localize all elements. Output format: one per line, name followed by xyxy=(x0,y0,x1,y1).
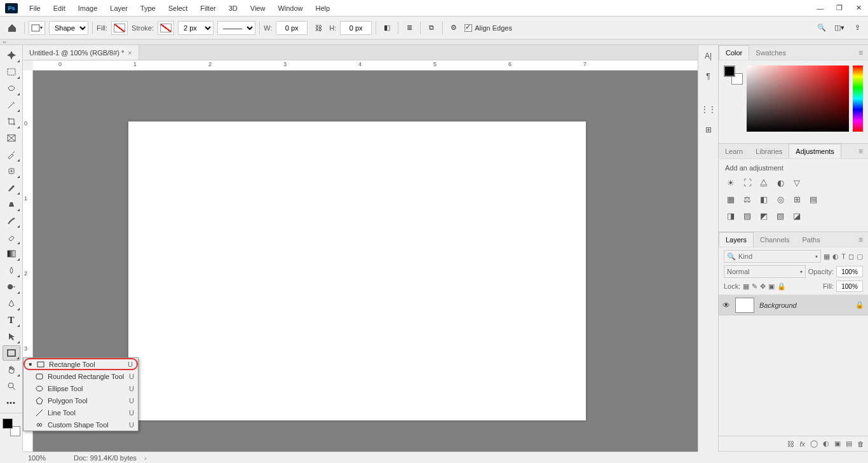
mask-icon[interactable]: ◯ xyxy=(810,439,818,448)
adjustments-tab[interactable]: Adjustments xyxy=(789,144,841,158)
path-arrangement-icon[interactable]: ⧉ xyxy=(424,21,438,35)
posterize-adjustment-icon[interactable]: ▨ xyxy=(742,210,753,221)
color-fgbg[interactable] xyxy=(724,66,743,85)
vibrance-adjustment-icon[interactable]: ▽ xyxy=(791,177,803,188)
shape-mode-select[interactable]: Shape xyxy=(49,21,88,35)
curves-adjustment-icon[interactable]: ⧋ xyxy=(758,177,770,188)
width-input[interactable] xyxy=(276,21,308,35)
close-document-icon[interactable]: × xyxy=(128,49,132,57)
history-brush-tool[interactable] xyxy=(3,213,20,228)
stroke-swatch[interactable] xyxy=(158,21,174,35)
paragraph-panel-icon[interactable]: ¶ xyxy=(702,69,715,83)
panel-menu-icon[interactable]: ≡ xyxy=(856,147,865,156)
hue-slider[interactable] xyxy=(853,66,863,132)
channel-mixer-icon[interactable]: ⊞ xyxy=(791,193,803,205)
panel-menu-icon[interactable]: ≡ xyxy=(856,235,865,244)
menu-help[interactable]: Help xyxy=(309,0,337,16)
flyout-rectangle-tool[interactable]: ■ Rectangle Tool U xyxy=(24,358,138,370)
link-wh-icon[interactable]: ⛓ xyxy=(311,21,325,35)
menu-file[interactable]: File xyxy=(23,0,47,16)
libraries-tab[interactable]: Libraries xyxy=(749,144,789,158)
magic-wand-tool[interactable] xyxy=(3,97,20,113)
threshold-adjustment-icon[interactable]: ◩ xyxy=(758,210,770,221)
glyphs-panel-icon[interactable]: ⋮⋮ xyxy=(702,102,715,116)
height-input[interactable] xyxy=(340,21,372,35)
menu-filter[interactable]: Filter xyxy=(194,0,222,16)
lock-all-icon[interactable]: 🔒 xyxy=(777,282,786,291)
zoom-level[interactable]: 100% xyxy=(28,454,66,462)
menu-edit[interactable]: Edit xyxy=(47,0,72,16)
workspace-switcher-icon[interactable]: ◫▾ xyxy=(832,21,846,35)
layers-tab[interactable]: Layers xyxy=(719,232,754,247)
opacity-input[interactable] xyxy=(836,266,863,277)
status-arrow-icon[interactable]: › xyxy=(144,454,147,462)
flyout-polygon-tool[interactable]: Polygon Tool U xyxy=(24,394,138,406)
invert-adjustment-icon[interactable]: ◨ xyxy=(725,210,736,221)
clone-stamp-tool[interactable] xyxy=(3,197,20,212)
gradient-tool[interactable] xyxy=(3,246,20,261)
close-button[interactable]: ✕ xyxy=(849,0,868,17)
fill-input[interactable] xyxy=(836,280,863,292)
properties-panel-icon[interactable]: ⊞ xyxy=(702,123,715,137)
minimize-button[interactable]: — xyxy=(811,0,830,17)
eraser-tool[interactable] xyxy=(3,230,20,245)
lock-transparent-icon[interactable]: ▦ xyxy=(743,282,749,291)
gear-icon[interactable]: ⚙ xyxy=(447,21,461,35)
menu-3d[interactable]: 3D xyxy=(222,0,244,16)
type-tool[interactable]: T xyxy=(3,312,20,328)
exposure-adjustment-icon[interactable]: ◐ xyxy=(775,177,786,188)
link-layers-icon[interactable]: ⛓ xyxy=(787,440,794,448)
filter-pixel-icon[interactable]: ▦ xyxy=(824,252,830,261)
flyout-custom-shape-tool[interactable]: Custom Shape Tool U xyxy=(24,418,138,431)
rectangle-tool[interactable] xyxy=(3,345,20,361)
paths-tab[interactable]: Paths xyxy=(796,232,827,247)
fx-icon[interactable]: fx xyxy=(799,440,805,448)
lasso-tool[interactable] xyxy=(3,81,20,96)
brush-tool[interactable] xyxy=(3,180,20,195)
menu-layer[interactable]: Layer xyxy=(104,0,134,16)
adjustment-layer-icon[interactable]: ◐ xyxy=(823,439,829,448)
flyout-ellipse-tool[interactable]: Ellipse Tool U xyxy=(24,382,138,394)
levels-adjustment-icon[interactable]: ⛶ xyxy=(742,177,753,188)
hue-adjustment-icon[interactable]: ▦ xyxy=(725,193,736,205)
learn-tab[interactable]: Learn xyxy=(719,144,749,158)
healing-brush-tool[interactable] xyxy=(3,163,20,179)
photo-filter-icon[interactable]: ◎ xyxy=(775,193,786,205)
lock-artboard-icon[interactable]: ▣ xyxy=(768,282,775,291)
canvas[interactable] xyxy=(128,121,586,420)
filter-adjustment-icon[interactable]: ◐ xyxy=(832,252,839,261)
flyout-rounded-rectangle-tool[interactable]: Rounded Rectangle Tool U xyxy=(24,370,138,382)
dodge-tool[interactable] xyxy=(3,279,20,294)
color-lookup-icon[interactable]: ▤ xyxy=(808,193,819,205)
menu-view[interactable]: View xyxy=(244,0,272,16)
edit-toolbar[interactable]: ••• xyxy=(3,395,20,410)
stroke-type-select[interactable]: ——— xyxy=(217,21,255,35)
menu-window[interactable]: Window xyxy=(271,0,309,16)
home-button[interactable] xyxy=(4,20,20,36)
zoom-tool[interactable] xyxy=(3,378,20,394)
layer-thumbnail[interactable] xyxy=(735,298,754,313)
filter-smart-icon[interactable]: ▢ xyxy=(857,252,863,261)
maximize-button[interactable]: ❐ xyxy=(830,0,849,17)
share-icon[interactable]: ⇪ xyxy=(850,21,864,35)
move-tool[interactable] xyxy=(3,48,20,63)
foreground-color[interactable] xyxy=(3,418,13,429)
character-panel-icon[interactable]: A| xyxy=(702,49,715,63)
bw-adjustment-icon[interactable]: ◧ xyxy=(758,193,770,205)
brightness-adjustment-icon[interactable]: ☀ xyxy=(725,177,736,188)
color-tab[interactable]: Color xyxy=(719,45,749,60)
path-selection-tool[interactable] xyxy=(3,329,20,344)
lock-image-icon[interactable]: ✎ xyxy=(752,282,757,291)
marquee-tool[interactable] xyxy=(3,64,20,79)
stroke-width-select[interactable]: 2 px xyxy=(178,21,214,35)
panel-menu-icon[interactable]: ≡ xyxy=(856,48,865,57)
channels-tab[interactable]: Channels xyxy=(754,232,796,247)
visibility-icon[interactable]: 👁 xyxy=(722,301,730,310)
lock-position-icon[interactable]: ✥ xyxy=(760,282,766,291)
filter-shape-icon[interactable]: ◻ xyxy=(848,252,854,261)
menu-type[interactable]: Type xyxy=(134,0,162,16)
selective-color-icon[interactable]: ◪ xyxy=(791,210,803,221)
foreground-background-colors[interactable] xyxy=(3,418,20,436)
blur-tool[interactable] xyxy=(3,263,20,278)
layer-row[interactable]: 👁 Background 🔒 xyxy=(719,295,868,315)
